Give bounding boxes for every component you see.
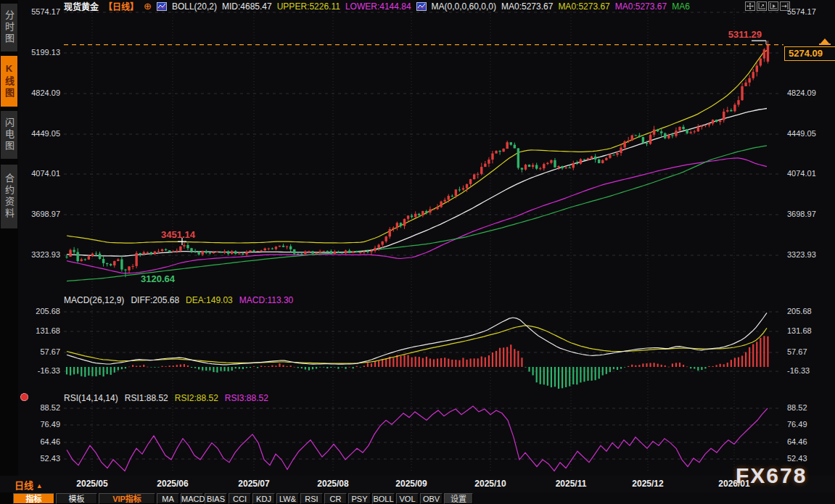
toolbar-button-BIAS[interactable]: BIAS: [205, 493, 227, 504]
rsi3-value: RSI3:88.52: [225, 393, 268, 403]
price-axis-tick-label: 4074.01: [15, 169, 60, 178]
rsi1-value: RSI1:88.52: [125, 393, 168, 403]
ma6-label: MA6: [672, 1, 690, 12]
last-price-tag: 5274.09: [784, 46, 835, 61]
rsi-axis-tick-label: 64.46: [15, 437, 60, 446]
month-label: 2025/11: [548, 479, 594, 489]
price-axis-tick-label: 4824.09: [787, 88, 832, 97]
step-forward-button[interactable]: [780, 1, 790, 11]
boll-mid-value: MID:4685.47: [222, 1, 272, 12]
macd-title: MACD(26,12,9): [64, 295, 124, 305]
swing-low-label: 3120.64: [141, 273, 175, 284]
period-selector[interactable]: 日线 ▲: [15, 478, 43, 492]
sidebar-item-4[interactable]: 合约资料: [1, 165, 17, 228]
pan-tool-icon: [746, 0, 754, 13]
month-label: 2025/12: [625, 479, 671, 489]
boll-upper-value: UPPER:5226.11: [277, 1, 340, 12]
month-label: 2025/07: [231, 479, 277, 489]
toolbar-button-指标[interactable]: 指标: [13, 493, 54, 504]
month-label: 2025/08: [310, 479, 356, 489]
macd-axis-tick-label: -16.33: [787, 366, 832, 375]
price-axis-tick-label: 3323.93: [15, 250, 60, 259]
toolbar-button-模板[interactable]: 模板: [56, 493, 97, 504]
panel-resize-handle[interactable]: [20, 393, 28, 401]
price-axis-tick-label: 3698.97: [15, 210, 60, 218]
toolbar-button-VIP指标[interactable]: VIP指标: [99, 493, 155, 504]
period-tag: 【日线】: [104, 0, 139, 12]
ma0-magenta-value: MA0:5273.67: [615, 1, 667, 12]
ma0-white-value: MA0:5273.67: [501, 1, 553, 12]
brand-watermark: FX678: [736, 463, 807, 488]
price-axis-tick-label: 4824.09: [15, 88, 60, 97]
toolbar-button-MACD[interactable]: MACD: [181, 493, 203, 504]
toolbar-button-CCI[interactable]: CCI: [229, 493, 251, 504]
toolbar-button-CR[interactable]: CR: [324, 493, 347, 504]
indicator-toolbar: 指标模板VIP指标MAMACDBIASCCIKDJLW&RSICRPSYBOLL…: [13, 493, 473, 504]
indicator-header: 现货黄金 【日线】 ⊕ BOLL(20,2) MID:4685.47 UPPER…: [64, 1, 690, 12]
macd-axis-tick-label: 131.68: [15, 326, 60, 335]
macd-axis-tick-label: -16.33: [15, 366, 60, 375]
ma-label: MA(0,0,0,60,0,0): [432, 1, 496, 12]
month-label: 2025/05: [69, 479, 115, 489]
scale-right-button[interactable]: [768, 1, 778, 11]
add-indicator-icon[interactable]: ⊕: [144, 3, 152, 10]
month-label: 2025/09: [388, 479, 435, 489]
step-forward-icon: [781, 0, 789, 13]
sidebar-item-2[interactable]: K线图: [1, 56, 17, 107]
symbol-name: 现货黄金: [64, 0, 99, 12]
toolbar-button-OBV[interactable]: OBV: [420, 493, 443, 504]
rsi-axis-tick-label: 88.52: [15, 403, 60, 412]
price-axis-tick-label: 3698.97: [787, 210, 832, 218]
chart-tool-buttons: [745, 1, 790, 11]
macd-axis-tick-label: 205.68: [15, 307, 60, 315]
toolbar-button-LW&[interactable]: LW&: [276, 493, 299, 504]
boll-chart-icon[interactable]: [157, 2, 167, 11]
scale-left-icon: [757, 0, 766, 13]
toolbar-button-KDJ[interactable]: KDJ: [252, 493, 275, 504]
swing-high-label: 3451.14: [161, 229, 195, 240]
triangle-up-icon: ▲: [36, 482, 43, 489]
scale-left-button[interactable]: [757, 1, 767, 11]
month-label: 2025/10: [467, 479, 514, 489]
chart-canvas[interactable]: [0, 0, 835, 479]
price-up-arrow-icon: [820, 38, 829, 44]
left-sidebar: 分时图K线图闪电图合约资料: [0, 0, 18, 504]
rsi-axis-tick-label: 88.52: [787, 403, 832, 412]
boll-label: BOLL(20,2): [172, 1, 217, 12]
price-axis-tick-label: 5574.17: [787, 7, 832, 16]
toolbar-button-RSI[interactable]: RSI: [300, 493, 323, 504]
macd-axis-tick-label: 131.68: [787, 326, 832, 335]
price-axis-tick-label: 4074.01: [787, 169, 832, 178]
rsi-axis-tick-label: 64.46: [787, 437, 832, 446]
rsi-title: RSI(14,14,14): [64, 393, 118, 403]
x-axis-strip: 日线 ▲ 2025/052025/062025/072025/082025/09…: [0, 476, 835, 492]
boll-lower-value: LOWER:4144.84: [345, 1, 411, 12]
rsi-axis-tick-label: 52.43: [787, 454, 832, 463]
ma-chart-icon[interactable]: [416, 2, 427, 11]
macd-panel-header: MACD(26,12,9) DIFF:205.68 DEA:149.03 MAC…: [64, 295, 293, 305]
sidebar-item-1[interactable]: 分时图: [1, 4, 17, 51]
rsi-axis-tick-label: 76.49: [15, 420, 60, 429]
toolbar-button-BOLL[interactable]: BOLL: [372, 493, 395, 504]
ma0-yellow-value: MA0:5273.67: [558, 1, 609, 12]
macd-diff-value: DIFF:205.68: [131, 295, 179, 305]
toolbar-button-MA[interactable]: MA: [157, 493, 179, 504]
scale-right-icon: [769, 0, 778, 13]
rsi2-value: RSI2:88.52: [175, 393, 218, 403]
price-axis-tick-label: 5574.17: [15, 7, 60, 16]
toolbar-button-PSY[interactable]: PSY: [348, 493, 371, 504]
macd-axis-tick-label: 57.67: [787, 347, 832, 356]
price-axis-tick-label: 5199.13: [15, 48, 60, 57]
trading-terminal: 分时图K线图闪电图合约资料 现货黄金 【日线】 ⊕ BOLL(20,2) MID…: [0, 0, 835, 504]
price-high-label: 5311.29: [712, 29, 762, 40]
toolbar-button-设置[interactable]: 设置: [444, 493, 473, 504]
rsi-axis-tick-label: 52.43: [15, 454, 60, 463]
rsi-panel-header: RSI(14,14,14) RSI1:88.52 RSI2:88.52 RSI3…: [64, 393, 268, 403]
price-axis-tick-label: 4449.05: [15, 129, 60, 138]
price-axis-tick-label: 4449.05: [787, 129, 832, 138]
sidebar-item-3[interactable]: 闪电图: [1, 111, 17, 159]
pan-tool-button[interactable]: [745, 1, 755, 11]
price-axis-tick-label: 3323.93: [787, 250, 832, 259]
month-label: 2025/06: [149, 479, 196, 489]
toolbar-button-VOL[interactable]: VOL: [396, 493, 419, 504]
